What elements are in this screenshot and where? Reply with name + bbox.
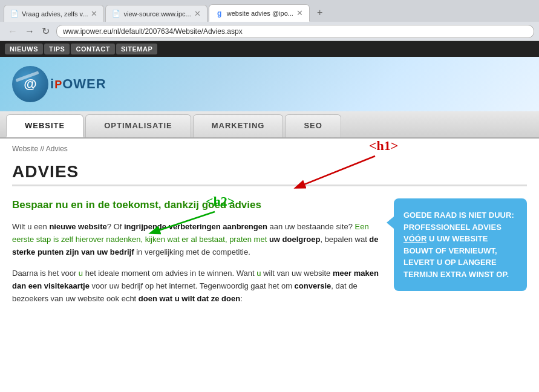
address-bar-row: ← → ↻ www.ipower.eu/nl/default/2007634/W… bbox=[0, 22, 539, 41]
content-main: Bespaar nu en in de toekomst, dankzij go… bbox=[12, 198, 527, 315]
callout-box: GOEDE RAAD IS NIET DUUR: PROFESSIONEEL A… bbox=[394, 198, 527, 291]
address-text: www.ipower.eu/nl/default/2007634/Website… bbox=[63, 27, 243, 36]
page-outer: 📄 Vraag advies, zelfs v... ✕ 📄 view-sour… bbox=[0, 0, 539, 327]
browser-chrome: 📄 Vraag advies, zelfs v... ✕ 📄 view-sour… bbox=[0, 0, 539, 41]
logo-circle: @ bbox=[12, 66, 48, 102]
tab-bar: 📄 Vraag advies, zelfs v... ✕ 📄 view-sour… bbox=[0, 0, 539, 22]
body-paragraph-2: Daarna is het voor u het ideale moment o… bbox=[12, 267, 382, 305]
reload-button[interactable]: ↻ bbox=[39, 24, 53, 38]
nav-item-tips[interactable]: TIPS bbox=[44, 44, 70, 54]
page-title: ADVIES bbox=[12, 162, 527, 181]
content-right: GOEDE RAAD IS NIET DUUR: PROFESSIONEEL A… bbox=[394, 198, 527, 291]
main-tab-optimalisatie[interactable]: OPTIMALISATIE bbox=[85, 114, 191, 137]
callout-text: GOEDE RAAD IS NIET DUUR: PROFESSIONEEL A… bbox=[403, 211, 514, 279]
nav-buttons: ← → ↻ bbox=[5, 24, 53, 38]
tab-1[interactable]: 📄 Vraag advies, zelfs v... ✕ bbox=[4, 5, 104, 22]
page-icon-1: 📄 bbox=[10, 10, 19, 18]
tab-1-label: Vraag advies, zelfs v... bbox=[22, 10, 88, 18]
heading-divider bbox=[12, 185, 527, 186]
tab-1-close[interactable]: ✕ bbox=[88, 9, 97, 18]
main-tab-website[interactable]: WEBSITE bbox=[6, 114, 83, 137]
back-button[interactable]: ← bbox=[5, 24, 21, 38]
main-tabs: WEBSITE OPTIMALISATIE MARKETING SEO bbox=[0, 111, 539, 139]
logo-area: @ iPOWER bbox=[0, 57, 539, 111]
tab-2[interactable]: 📄 view-source:www.ipc... ✕ bbox=[105, 5, 207, 22]
logo[interactable]: @ iPOWER bbox=[12, 66, 106, 102]
logo-brand-text: iPOWER bbox=[50, 76, 106, 92]
tab-3[interactable]: g website advies @ipo... ✕ bbox=[209, 4, 310, 22]
content-left: Bespaar nu en in de toekomst, dankzij go… bbox=[12, 198, 382, 315]
tab-3-label: website advies @ipo... bbox=[227, 10, 293, 17]
new-tab-button[interactable]: + bbox=[311, 4, 328, 22]
google-icon-3: g bbox=[215, 9, 224, 18]
section-heading: Bespaar nu en in de toekomst, dankzij go… bbox=[12, 198, 382, 212]
forward-button[interactable]: → bbox=[22, 24, 38, 38]
address-bar[interactable]: www.ipower.eu/nl/default/2007634/Website… bbox=[56, 25, 534, 38]
content-area: Website // Advies ADVIES Bespaar nu en i… bbox=[0, 139, 539, 327]
page-icon-2: 📄 bbox=[112, 10, 120, 18]
main-tab-seo[interactable]: SEO bbox=[285, 114, 341, 137]
nav-item-contact[interactable]: CONTACT bbox=[71, 44, 114, 54]
body-paragraph-1: Wilt u een nieuwe website? Of ingrijpend… bbox=[12, 221, 382, 258]
site-wrapper: NIEUWS TIPS CONTACT SITEMAP @ iPOWER WEB… bbox=[0, 41, 539, 327]
tab-2-label: view-source:www.ipc... bbox=[123, 10, 191, 18]
tab-2-close[interactable]: ✕ bbox=[191, 9, 201, 18]
main-tab-marketing[interactable]: MARKETING bbox=[193, 114, 284, 137]
nav-item-sitemap[interactable]: SITEMAP bbox=[116, 44, 157, 54]
tab-3-close[interactable]: ✕ bbox=[293, 8, 303, 18]
logo-at-symbol: @ bbox=[24, 76, 36, 92]
breadcrumb: Website // Advies bbox=[12, 145, 527, 153]
top-nav: NIEUWS TIPS CONTACT SITEMAP bbox=[0, 41, 539, 57]
nav-item-nieuws[interactable]: NIEUWS bbox=[5, 44, 43, 54]
